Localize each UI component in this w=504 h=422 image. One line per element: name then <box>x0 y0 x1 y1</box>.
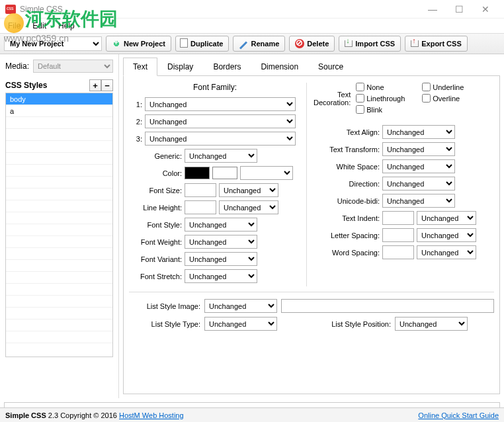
unicode-bidi-label: Unicode-bidi: <box>314 197 380 205</box>
letter-spacing-input[interactable] <box>382 228 414 242</box>
list-item <box>6 141 112 153</box>
font3-label: 3: <box>129 135 142 143</box>
font-style-select[interactable]: Unchanged <box>185 218 257 232</box>
font-stretch-label: Font Stretch: <box>129 273 182 280</box>
maximize-button[interactable]: ☐ <box>446 1 472 17</box>
deco-overline[interactable]: Overline <box>422 94 480 103</box>
font-variant-select[interactable]: Unchanged <box>185 252 257 266</box>
font2-label: 2: <box>129 118 142 126</box>
media-label: Media: <box>5 62 29 71</box>
list-item[interactable]: body <box>6 93 112 105</box>
deco-blink[interactable]: Blink <box>356 105 414 114</box>
list-style-type-label: List Style Type: <box>129 320 200 328</box>
list-item <box>6 331 112 343</box>
tab-dimension[interactable]: Dimension <box>251 58 308 76</box>
import-icon <box>345 40 353 47</box>
list-item <box>6 272 112 284</box>
letter-spacing-unit[interactable]: Unchanged <box>417 228 476 242</box>
list-item <box>6 284 112 296</box>
duplicate-button[interactable]: Duplicate <box>175 36 230 52</box>
font3-select[interactable]: Unchanged <box>145 132 296 146</box>
duplicate-icon <box>181 40 188 48</box>
list-style-position-select[interactable]: Unchanged <box>395 317 468 331</box>
tab-text[interactable]: Text <box>123 58 157 76</box>
font-size-input[interactable] <box>185 183 216 197</box>
rename-button[interactable]: Rename <box>233 36 285 52</box>
list-item <box>6 212 112 224</box>
deco-none[interactable]: None <box>356 83 414 91</box>
css-styles-title: CSS Styles <box>5 81 47 90</box>
font2-select[interactable]: Unchanged <box>145 114 296 128</box>
font-weight-select[interactable]: Unchanged <box>185 235 257 249</box>
color-empty[interactable] <box>212 167 237 179</box>
tab-source[interactable]: Source <box>308 58 353 76</box>
unicode-bidi-select[interactable]: Unchanged <box>382 194 455 208</box>
color-swatch[interactable] <box>185 167 210 179</box>
list-style-image-select[interactable]: Unchanged <box>204 299 277 313</box>
list-item <box>6 224 112 236</box>
app-icon <box>5 5 16 14</box>
list-item[interactable]: a <box>6 105 112 117</box>
deco-underline[interactable]: Underline <box>422 83 480 91</box>
close-button[interactable]: ✕ <box>472 1 499 17</box>
generic-select[interactable]: Unchanged <box>185 149 257 163</box>
menu-file[interactable]: File <box>3 20 26 32</box>
color-label: Color: <box>129 169 182 177</box>
menu-edit[interactable]: Edit <box>27 20 52 32</box>
direction-select[interactable]: Unchanged <box>382 177 455 190</box>
minimize-button[interactable]: — <box>419 1 446 17</box>
export-css-button[interactable]: Export CSS <box>405 36 468 52</box>
font-size-unit[interactable]: Unchanged <box>219 183 278 197</box>
list-item <box>6 236 112 248</box>
pencil-icon <box>239 41 247 49</box>
project-select[interactable]: My New Project <box>4 36 102 51</box>
list-item <box>6 248 112 260</box>
white-space-label: White Space: <box>314 163 380 171</box>
list-item <box>6 177 112 189</box>
font-variant-label: Font Variant: <box>129 255 182 263</box>
text-indent-input[interactable] <box>382 211 414 225</box>
font-family-title: Font Family: <box>129 83 301 92</box>
new-project-button[interactable]: New Project <box>106 36 171 52</box>
list-style-type-select[interactable]: Unchanged <box>204 317 277 331</box>
import-css-button[interactable]: Import CSS <box>339 36 401 52</box>
media-select[interactable]: Default <box>33 60 113 73</box>
font1-label: 1: <box>129 101 142 108</box>
list-item <box>6 260 112 272</box>
status-left: Simple CSS 2.3 Copyright © 2016 HostM We… <box>5 411 184 419</box>
list-item <box>6 200 112 212</box>
letter-spacing-label: Letter Spacing: <box>314 232 380 239</box>
hostm-link[interactable]: HostM Web Hosting <box>119 411 184 419</box>
quick-start-link[interactable]: Online Quick Start Guide <box>418 411 499 419</box>
font-style-label: Font Style: <box>129 221 182 229</box>
tab-borders[interactable]: Borders <box>203 58 251 76</box>
word-spacing-input[interactable] <box>382 245 414 259</box>
word-spacing-unit[interactable]: Unchanged <box>417 245 476 259</box>
list-style-image-input[interactable] <box>281 299 494 313</box>
menu-help[interactable]: Help <box>53 20 80 32</box>
deco-linethrough[interactable]: Linethrough <box>356 94 414 103</box>
color-select[interactable] <box>240 166 293 180</box>
list-item <box>6 153 112 165</box>
list-item <box>6 117 112 129</box>
list-item <box>6 308 112 319</box>
white-space-select[interactable]: Unchanged <box>382 159 455 173</box>
line-height-input[interactable] <box>185 200 216 214</box>
text-indent-label: Text Indent: <box>314 214 380 222</box>
plus-circle-icon <box>112 39 121 48</box>
delete-button[interactable]: Delete <box>289 36 335 52</box>
direction-label: Direction: <box>314 180 380 188</box>
text-transform-select[interactable]: Unchanged <box>382 142 455 156</box>
add-style-button[interactable]: + <box>89 79 101 91</box>
line-height-unit[interactable]: Unchanged <box>219 200 278 214</box>
font-weight-label: Font Weight: <box>129 238 182 246</box>
font1-select[interactable]: Unchanged <box>145 97 296 111</box>
text-indent-unit[interactable]: Unchanged <box>417 211 476 225</box>
export-icon <box>411 40 419 47</box>
styles-list[interactable]: body a <box>5 93 113 357</box>
tab-display[interactable]: Display <box>157 58 203 76</box>
font-stretch-select[interactable]: Unchanged <box>185 269 257 283</box>
text-align-select[interactable]: Unchanged <box>382 125 455 139</box>
remove-style-button[interactable]: − <box>101 79 113 91</box>
text-align-label: Text Align: <box>314 128 380 136</box>
